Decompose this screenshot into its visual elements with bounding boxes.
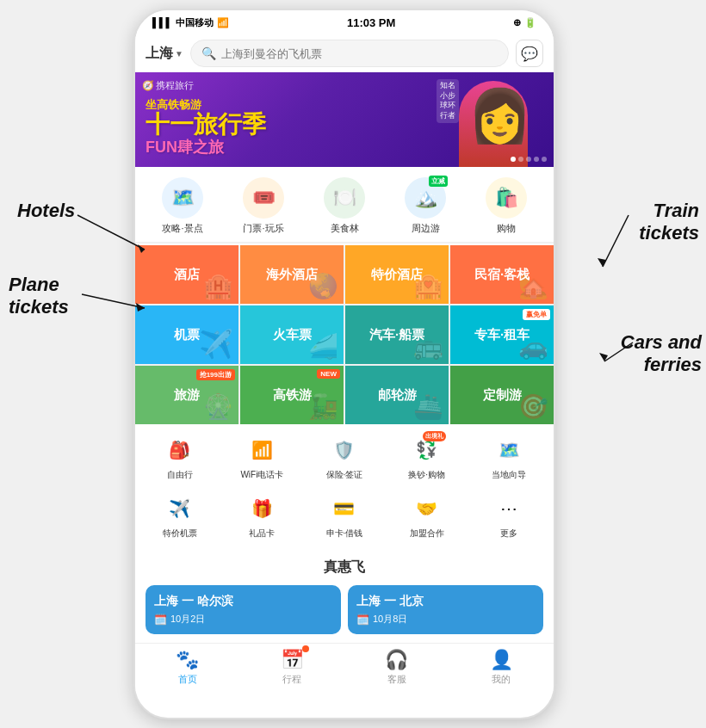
small-service-row-1: 🎒 自由行 📶 WiFi电话卡 🛡️ 保险·签证 💱 出境礼 换钞·购物	[135, 426, 554, 484]
icon-item-tickets[interactable]: 🎟️ 门票·玩乐	[227, 177, 300, 235]
deal-card-beijing-date: 🗓️ 10月8日	[356, 613, 535, 626]
deal-card-harbin[interactable]: 上海 一 哈尔滨 🗓️ 10月2日	[146, 585, 341, 634]
nearby-icon: 🏔️	[414, 187, 437, 209]
service-franchise[interactable]: 🤝 加盟合作	[387, 493, 466, 540]
banner-dot-4	[534, 157, 539, 162]
tickets-label: 门票·玩乐	[243, 222, 283, 235]
itinerary-badge	[302, 645, 309, 652]
search-icon: 🔍	[201, 46, 216, 60]
car-badge: 赢免单	[523, 309, 550, 320]
icon-item-guide[interactable]: 🗺️ 攻略·景点	[146, 177, 220, 235]
city-selector[interactable]: 上海 ▼	[146, 45, 183, 63]
hotel-cell[interactable]: 酒店 🏨	[135, 245, 238, 304]
cruise-cell[interactable]: 邮轮游 🚢	[345, 366, 449, 424]
service-guide[interactable]: 🗺️ 当地向导	[470, 435, 548, 481]
signal-icon: ▌▌▌	[152, 17, 172, 28]
service-gift-card[interactable]: 🎁 礼品卡	[223, 493, 301, 540]
more-label: 更多	[500, 527, 517, 540]
city-name: 上海	[146, 45, 173, 63]
service-grid: 酒店 🏨 海外酒店 🌏 特价酒店 🏩 民宿·客栈 🏡 机票 ✈️ 火车票	[135, 245, 554, 424]
local-guide-icon: 🗺️	[499, 440, 520, 460]
svg-marker-7	[599, 353, 608, 361]
search-bar[interactable]: 🔍	[190, 40, 509, 67]
nav-profile[interactable]: 👤 我的	[490, 649, 513, 686]
small-service-row-2: ✈️ 特价机票 🎁 礼品卡 💳 申卡·借钱 🤝 加盟合作 ⋯ 更多	[135, 484, 554, 543]
carrier-label: 中国移动	[176, 16, 214, 29]
forex-icon: 💱	[416, 440, 437, 460]
calendar-icon-1: 🗓️	[154, 614, 167, 626]
banner-person-image	[459, 81, 528, 167]
tour-label: 旅游	[174, 387, 200, 404]
battery-icon: 🔋	[524, 17, 536, 28]
cheap-flights-icon: ✈️	[169, 498, 190, 519]
time-display: 11:03 PM	[347, 16, 395, 29]
credit-icon: 💳	[333, 498, 355, 519]
cars-arrow	[585, 318, 706, 387]
icon-item-food[interactable]: 🍽️ 美食林	[308, 177, 381, 235]
train-label: 火车票	[273, 327, 312, 343]
nearby-badge: 立减	[429, 176, 448, 187]
guide-label: 攻略·景点	[162, 222, 202, 235]
bus-ferry-label: 汽车·船票	[369, 327, 424, 343]
car-cell[interactable]: 专车·租车 赢免单 🚗	[450, 305, 554, 364]
service-wifi[interactable]: 📶 WiFi电话卡	[223, 435, 301, 481]
train-cell[interactable]: 火车票 🚄	[240, 305, 344, 364]
banner-dot-5	[542, 157, 547, 162]
deals-cards: 上海 一 哈尔滨 🗓️ 10月2日 上海 一 北京	[146, 585, 543, 634]
nav-itinerary[interactable]: 📅 行程	[281, 649, 304, 686]
profile-icon: 👤	[490, 649, 513, 671]
itinerary-icon: 📅	[281, 649, 304, 670]
service-insurance[interactable]: 🛡️ 保险·签证	[306, 435, 384, 481]
nearby-label: 周边游	[412, 222, 440, 235]
search-input[interactable]	[221, 47, 498, 60]
banner-side-badge: 知名小步球环行者	[437, 79, 459, 123]
service-credit[interactable]: 💳 申卡·借钱	[306, 493, 384, 540]
service-more[interactable]: ⋯ 更多	[470, 493, 548, 540]
hotel-label: 酒店	[174, 267, 200, 283]
overseas-hotel-cell[interactable]: 海外酒店 🌏	[240, 245, 344, 304]
itinerary-label: 行程	[282, 673, 301, 686]
banner-dots	[511, 157, 547, 162]
icon-item-nearby[interactable]: 🏔️ 立减 周边游	[389, 177, 462, 235]
service-label: 客服	[387, 673, 406, 686]
custom-tour-label: 定制游	[483, 387, 522, 404]
bnb-label: 民宿·客栈	[474, 267, 530, 283]
budget-hotel-cell[interactable]: 特价酒店 🏩	[345, 245, 449, 304]
service-cheap-flights[interactable]: ✈️ 特价机票	[140, 493, 219, 540]
flight-cell[interactable]: 机票 ✈️	[135, 305, 238, 364]
svg-line-6	[604, 342, 633, 361]
bus-ferry-cell[interactable]: 汽车·船票 🚌	[345, 305, 449, 364]
custom-tour-cell[interactable]: 定制游 🎯	[450, 366, 554, 424]
banner-main-title: 十一旅行季	[146, 113, 266, 137]
hsr-cell[interactable]: 高铁游 NEW 🚂	[240, 366, 344, 424]
status-bar: ▌▌▌ 中国移动 📶 11:03 PM ⊕ 🔋	[135, 10, 554, 34]
franchise-icon: 🤝	[416, 498, 437, 519]
nav-home[interactable]: 🐾 首页	[176, 649, 199, 686]
budget-hotel-label: 特价酒店	[371, 267, 423, 283]
service-freelance[interactable]: 🎒 自由行	[140, 435, 219, 481]
tour-cell[interactable]: 旅游 抢199出游 🎡	[135, 366, 238, 424]
hotels-annotation: Hotels	[17, 200, 75, 222]
deal-card-beijing-title: 上海 一 北京	[356, 594, 535, 609]
food-label: 美食林	[331, 222, 359, 235]
bluetooth-icon: ⊕	[513, 17, 521, 28]
tour-badge: 抢199出游	[196, 369, 235, 380]
cruise-icon: 🚢	[413, 392, 443, 421]
gift-card-icon: 🎁	[251, 498, 273, 519]
insurance-icon: 🛡️	[333, 440, 355, 460]
icon-item-shopping[interactable]: 🛍️ 购物	[470, 177, 543, 235]
svg-marker-5	[598, 258, 606, 267]
banner-text: 坐高铁畅游 十一旅行季 FUN肆之旅	[146, 97, 266, 157]
forex-badge: 出境礼	[423, 431, 446, 441]
deal-card-beijing[interactable]: 上海 一 北京 🗓️ 10月8日	[348, 585, 543, 634]
tickets-icon: 🎟️	[252, 187, 276, 209]
wifi-card-icon: 📶	[251, 440, 273, 460]
deals-title: 真惠飞	[146, 558, 543, 577]
service-forex[interactable]: 💱 出境礼 换钞·购物	[387, 435, 466, 481]
nav-service[interactable]: 🎧 客服	[385, 649, 408, 686]
bnb-cell[interactable]: 民宿·客栈 🏡	[450, 245, 554, 304]
message-button[interactable]: 💬	[516, 40, 543, 67]
insurance-label: 保险·签证	[326, 469, 363, 481]
flight-icon: ✈️	[199, 328, 233, 361]
gift-card-label: 礼品卡	[249, 527, 275, 540]
